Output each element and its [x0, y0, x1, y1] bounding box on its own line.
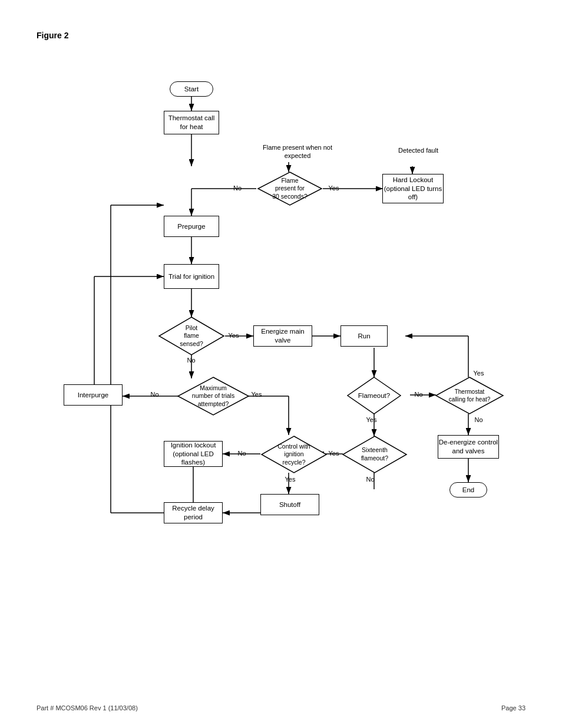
flame-diamond: Flamepresent for30 seconds?: [257, 171, 323, 206]
detected-fault-label: Detected fault: [389, 146, 448, 154]
flameout-diamond: Flameout?: [346, 376, 402, 415]
recycle-delay-node: Recycle delay period: [164, 502, 223, 523]
de-energize-node: De-energize control and valves: [438, 435, 499, 459]
sixteenth-yes-label: Yes: [326, 449, 341, 457]
energize-valve-node: Energize main valve: [253, 325, 312, 347]
max-trials-diamond: Maximumnumber of trialsattempted?: [177, 376, 250, 416]
prepurge-node: Prepurge: [164, 216, 219, 237]
footer-left: Part # MCOSM06 Rev 1 (11/03/08): [37, 704, 138, 711]
interpurge-node: Interpurge: [64, 384, 123, 406]
thermostat-yes-label: Yes: [471, 369, 486, 377]
shutoff-node: Shutoff: [260, 494, 319, 515]
max-trials-no-label: No: [147, 390, 162, 398]
recycle-no-label: No: [234, 449, 249, 457]
flame-no-label: No: [229, 184, 246, 192]
sixteenth-flameout-diamond: Sixteenthflameout?: [342, 435, 408, 474]
page-title: Figure 2: [37, 31, 68, 40]
pilot-flame-diamond: Pilotflamesensed?: [158, 316, 225, 356]
flameout-yes-label: Yes: [364, 416, 379, 424]
hard-lockout-node: Hard Lockout (optional LED turns off): [382, 174, 444, 203]
footer-right: Page 33: [501, 704, 525, 711]
pilot-no-label: No: [184, 356, 199, 364]
max-trials-yes-label: Yes: [249, 390, 264, 398]
run-node: Run: [340, 325, 388, 347]
sixteenth-no-label: No: [363, 475, 378, 483]
flame-yes-label: Yes: [326, 184, 341, 192]
start-node: Start: [170, 81, 213, 97]
ignition-lockout-node: Ignition lockout (optional LED flashes): [164, 441, 223, 467]
trial-ignition-node: Trial for ignition: [164, 264, 219, 289]
end-node: End: [449, 482, 487, 498]
thermostat-call-node: Thermostat call for heat: [164, 111, 219, 134]
thermostat-no-label: No: [471, 416, 486, 424]
thermostat-calling-diamond: Thermostatcalling for heat?: [435, 376, 504, 415]
recycle-yes-label: Yes: [283, 475, 297, 483]
pilot-yes-label: Yes: [226, 331, 241, 340]
flameout-no-label: No: [411, 390, 426, 398]
control-recycle-diamond: Control withignitionrecycle?: [260, 435, 328, 474]
flame-present-label: Flame present when not expected: [259, 143, 336, 160]
